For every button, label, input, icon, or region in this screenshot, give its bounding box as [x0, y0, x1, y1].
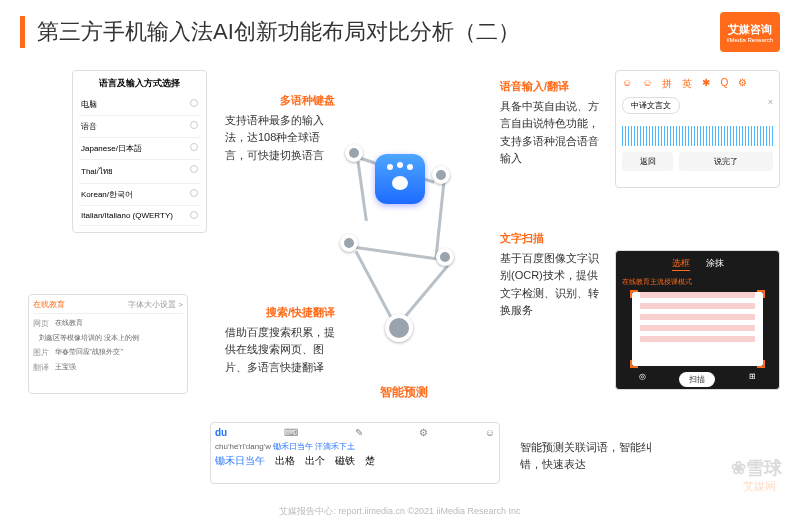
candidate[interactable]: 磁铁: [335, 454, 355, 468]
ocr-panel: 选框 涂抹 在线教育主流授课模式 ◎ 扫描 ⊞: [615, 250, 780, 390]
english-icon[interactable]: 英: [682, 77, 692, 91]
feature-body: 支持语种最多的输入法，达108种全球语言，可快捷切换语言: [225, 112, 335, 165]
camera-icon[interactable]: ◎: [639, 372, 646, 387]
gear-icon[interactable]: ⚙: [419, 427, 428, 438]
pinyin-text: chu'he'ri'dang'w: [215, 442, 271, 451]
graph-node: [436, 248, 454, 266]
du-icon[interactable]: du: [215, 427, 227, 438]
feature-search: 搜索/快捷翻译 借助百度搜索积累，提供在线搜索网页、图片、多语言快捷翻译: [225, 304, 335, 376]
edit-icon[interactable]: ✎: [355, 427, 363, 438]
feature-body: 基于百度图像文字识别(OCR)技术，提供文字检测、识别、转换服务: [500, 250, 600, 320]
gear-icon[interactable]: ⚙: [738, 77, 747, 91]
radio-icon[interactable]: [190, 165, 198, 173]
emoji-icon[interactable]: ☺: [485, 427, 495, 438]
logo-text-en: iiMedia Research: [727, 37, 773, 43]
baidu-logo: [375, 154, 425, 204]
ime-panel: du ⌨ ✎ ⚙ ☺ chu'he'ri'dang'w 锄禾日当午 汗滴禾下土 …: [210, 422, 500, 484]
result-row[interactable]: 王宝强: [55, 362, 76, 373]
radio-icon[interactable]: [190, 99, 198, 107]
result-row[interactable]: 在线教育: [55, 318, 83, 329]
candidate[interactable]: 楚: [365, 454, 375, 468]
content-area: 语言及输入方式选择 电脑 语音 Japanese/日本語 Thai/ไทย Ko…: [0, 64, 800, 504]
tab-font-size[interactable]: 字体大小设置 >: [128, 299, 183, 310]
feature-voice: 语音输入/翻译 具备中英自由说、方言自由说特色功能，支持多语种混合语音输入: [500, 78, 600, 168]
result-row[interactable]: 刘鑫区等模像培训的 没本上的例: [39, 333, 139, 343]
ocr-caption: 在线教育主流授课模式: [622, 277, 773, 287]
search-panel: 在线教育 字体大小设置 > 网页在线教育 刘鑫区等模像培训的 没本上的例 图片华…: [28, 294, 188, 394]
radio-icon[interactable]: [190, 211, 198, 219]
connector-line: [356, 246, 444, 261]
side-tab[interactable]: 图片: [33, 347, 49, 358]
waveform: [622, 126, 773, 146]
watermark-iimedia: 艾媒网: [743, 479, 776, 494]
ocr-frame[interactable]: [632, 292, 763, 366]
accent-bar: [20, 16, 25, 48]
feature-title: 多语种键盘: [225, 92, 335, 110]
panel-title: 语言及输入方式选择: [79, 77, 200, 90]
feature-multilang: 多语种键盘 支持语种最多的输入法，达108种全球语言，可快捷切换语言: [225, 92, 335, 164]
language-panel: 语言及输入方式选择 电脑 语音 Japanese/日本語 Thai/ไทย Ko…: [72, 70, 207, 233]
connector-line: [355, 251, 395, 323]
candidate[interactable]: 锄禾日当午: [215, 454, 265, 468]
star-icon[interactable]: ✱: [702, 77, 710, 91]
scan-button[interactable]: 扫描: [679, 372, 715, 387]
lang-row[interactable]: 语音: [79, 116, 200, 138]
lang-row[interactable]: Japanese/日本語: [79, 138, 200, 160]
graph-node: [432, 166, 450, 184]
radio-icon[interactable]: [190, 143, 198, 151]
side-tab[interactable]: 网页: [33, 318, 49, 329]
voice-panel: ☺ ☺ 拼 英 ✱ Q ⚙ 中译文言文 × 返回 说完了: [615, 70, 780, 188]
emoji-icon[interactable]: ☺: [622, 77, 632, 91]
page-title: 第三方手机输入法AI创新功能布局对比分析（二）: [37, 17, 720, 47]
candidate[interactable]: 出个: [305, 454, 325, 468]
radio-icon[interactable]: [190, 121, 198, 129]
close-icon[interactable]: ×: [768, 97, 773, 107]
tab-smear[interactable]: 涂抹: [706, 257, 724, 271]
lang-row[interactable]: 电脑: [79, 94, 200, 116]
pinyin-icon[interactable]: 拼: [662, 77, 672, 91]
feature-title: 搜索/快捷翻译: [225, 304, 335, 322]
feature-body: 智能预测关联词语，智能纠错，快速表达: [520, 439, 670, 474]
graph-node: [385, 314, 413, 342]
feature-body: 具备中英自由说、方言自由说特色功能，支持多语种混合语音输入: [500, 98, 600, 168]
header: 第三方手机输入法AI创新功能布局对比分析（二） 艾媒咨询 iiMedia Res…: [0, 0, 800, 64]
lang-row[interactable]: Korean/한국어: [79, 184, 200, 206]
feature-predict-title: 智能预测: [380, 384, 428, 401]
candidate[interactable]: 出格: [275, 454, 295, 468]
radio-icon[interactable]: [190, 189, 198, 197]
lang-row[interactable]: Italian/Italiano (QWERTY): [79, 206, 200, 226]
emoji-icon[interactable]: ☺: [642, 77, 652, 91]
side-tab[interactable]: 翻译: [33, 362, 49, 373]
lang-row[interactable]: Thai/ไทย: [79, 160, 200, 184]
translate-tag[interactable]: 中译文言文: [622, 97, 680, 114]
tab-select[interactable]: 选框: [672, 257, 690, 271]
grid-icon[interactable]: ⊞: [749, 372, 756, 387]
done-button[interactable]: 说完了: [679, 152, 773, 171]
feature-predict-body: 智能预测关联词语，智能纠错，快速表达: [520, 439, 670, 474]
feature-ocr: 文字扫描 基于百度图像文字识别(OCR)技术，提供文字检测、识别、转换服务: [500, 230, 600, 320]
feature-body: 借助百度搜索积累，提供在线搜索网页、图片、多语言快捷翻译: [225, 324, 335, 377]
result-row[interactable]: 华春莹回应"战狼外交": [55, 347, 123, 358]
hint-text: 锄禾日当午 汗滴禾下土: [273, 442, 355, 451]
tab-online-edu[interactable]: 在线教育: [33, 299, 65, 310]
keyboard-icon[interactable]: ⌨: [284, 427, 298, 438]
feature-title: 语音输入/翻译: [500, 78, 600, 96]
graph-node: [340, 234, 358, 252]
footer-text: 艾媒报告中心: report.iimedia.cn ©2021 iiMedia …: [0, 505, 800, 518]
q-icon[interactable]: Q: [720, 77, 728, 91]
voice-toolbar: ☺ ☺ 拼 英 ✱ Q ⚙: [622, 77, 773, 91]
back-button[interactable]: 返回: [622, 152, 673, 171]
graph-node: [345, 144, 363, 162]
connector-line: [357, 161, 368, 221]
watermark-xueqiu: ❀雪球: [731, 456, 782, 480]
feature-title: 文字扫描: [500, 230, 600, 248]
logo-text-zh: 艾媒咨询: [728, 22, 772, 37]
brand-logo: 艾媒咨询 iiMedia Research: [720, 12, 780, 52]
